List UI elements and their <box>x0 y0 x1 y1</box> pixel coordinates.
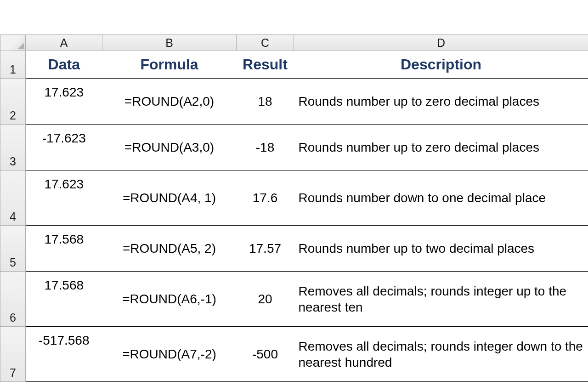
row-header-3[interactable]: 3 <box>0 125 26 170</box>
cell-B4[interactable]: =ROUND(A4, 1) <box>102 170 237 226</box>
row-header-1[interactable]: 1 <box>0 51 26 79</box>
cell-D7[interactable]: Removes all decimals; rounds integer dow… <box>294 327 588 382</box>
table-row: 5 17.568 =ROUND(A5, 2) 17.57 Rounds numb… <box>0 226 588 272</box>
grid: A B C D 1 Data Formula Result Descriptio… <box>0 34 588 382</box>
cell-A4[interactable]: 17.623 <box>26 170 102 226</box>
column-header-B[interactable]: B <box>102 35 237 51</box>
cell-D3[interactable]: Rounds number up to zero decimal places <box>294 125 588 170</box>
cell-A2[interactable]: 17.623 <box>26 79 102 125</box>
table-row: 4 17.623 =ROUND(A4, 1) 17.6 Rounds numbe… <box>0 170 588 226</box>
column-header-A[interactable]: A <box>26 35 102 51</box>
cell-D5[interactable]: Rounds number up to two decimal places <box>294 226 588 272</box>
cell-D6[interactable]: Removes all decimals; rounds integer up … <box>294 272 588 327</box>
row-header-7[interactable]: 7 <box>0 327 26 382</box>
cell-B7[interactable]: =ROUND(A7,-2) <box>102 327 237 382</box>
row-header-4[interactable]: 4 <box>0 170 26 226</box>
cell-B3[interactable]: =ROUND(A3,0) <box>102 125 237 170</box>
column-header-row: A B C D <box>0 35 588 51</box>
table-row: 6 17.568 =ROUND(A6,-1) 20 Removes all de… <box>0 272 588 327</box>
cell-D1[interactable]: Description <box>294 51 588 79</box>
column-header-D[interactable]: D <box>294 35 588 51</box>
cell-B5[interactable]: =ROUND(A5, 2) <box>102 226 237 272</box>
cell-D2[interactable]: Rounds number up to zero decimal places <box>294 79 588 125</box>
cell-B1[interactable]: Formula <box>102 51 237 79</box>
row-header-2[interactable]: 2 <box>0 79 26 125</box>
cell-A3[interactable]: -17.623 <box>26 125 102 170</box>
cell-C6[interactable]: 20 <box>237 272 294 327</box>
cell-C5[interactable]: 17.57 <box>237 226 294 272</box>
cell-B6[interactable]: =ROUND(A6,-1) <box>102 272 237 327</box>
cell-A7[interactable]: -517.568 <box>26 327 102 382</box>
cell-A6[interactable]: 17.568 <box>26 272 102 327</box>
select-all-corner[interactable] <box>0 35 26 51</box>
cell-C1[interactable]: Result <box>237 51 294 79</box>
table-row: 1 Data Formula Result Description <box>0 51 588 79</box>
cell-A5[interactable]: 17.568 <box>26 226 102 272</box>
row-header-6[interactable]: 6 <box>0 272 26 327</box>
cell-B2[interactable]: =ROUND(A2,0) <box>102 79 237 125</box>
cell-C3[interactable]: -18 <box>237 125 294 170</box>
spreadsheet: A B C D 1 Data Formula Result Descriptio… <box>0 34 588 382</box>
table-row: 2 17.623 =ROUND(A2,0) 18 Rounds number u… <box>0 79 588 125</box>
cell-C7[interactable]: -500 <box>237 327 294 382</box>
cell-D4[interactable]: Rounds number down to one decimal place <box>294 170 588 226</box>
cell-A1[interactable]: Data <box>26 51 102 79</box>
cell-C4[interactable]: 17.6 <box>237 170 294 226</box>
table-row: 3 -17.623 =ROUND(A3,0) -18 Rounds number… <box>0 125 588 170</box>
row-header-5[interactable]: 5 <box>0 226 26 272</box>
column-header-C[interactable]: C <box>237 35 294 51</box>
table-row: 7 -517.568 =ROUND(A7,-2) -500 Removes al… <box>0 327 588 382</box>
cell-C2[interactable]: 18 <box>237 79 294 125</box>
